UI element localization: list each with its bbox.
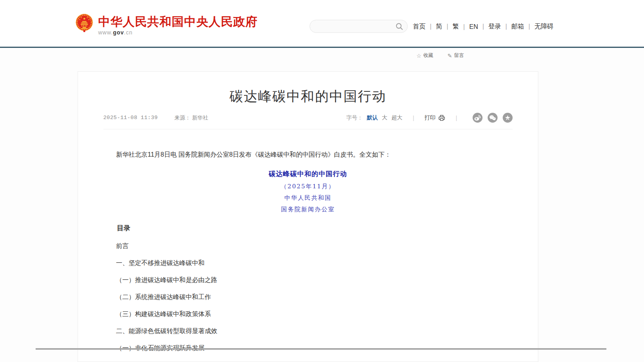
message-label: 留言 xyxy=(454,52,464,59)
footer-divider xyxy=(36,348,606,350)
top-nav: 首页简繁EN登录邮箱无障碍 xyxy=(413,23,553,31)
font-size-options: 默认大超大 xyxy=(363,114,403,121)
nav-item[interactable]: 简 xyxy=(426,23,442,31)
toc-item: （二）系统推进碳达峰碳中和工作 xyxy=(103,294,513,301)
toc-item: （一）推进碳达峰碳中和是必由之路 xyxy=(103,277,513,284)
article-meta-left: 2025-11-08 11:39 来源：新华社 xyxy=(103,114,208,121)
favorite-label: 收藏 xyxy=(424,52,433,59)
toc-item: （三）构建碳达峰碳中和政策体系 xyxy=(103,311,513,318)
svg-text:★: ★ xyxy=(88,19,89,21)
favorite-button[interactable]: ☆ 收藏 xyxy=(416,52,433,59)
search-input[interactable] xyxy=(316,23,395,30)
nav-item[interactable]: 无障碍 xyxy=(524,23,553,31)
print-button[interactable]: 打印 xyxy=(424,114,445,121)
document-title: 碳达峰碳中和的中国行动 xyxy=(103,169,513,178)
toc-item: 一、坚定不移推进碳达峰碳中和 xyxy=(103,260,513,267)
svg-text:★: ★ xyxy=(80,17,82,19)
document-date: （2025年11月） xyxy=(103,183,513,190)
site-header: ★ ★ ★ ★ ★ 中华人民共和国中央人民政府 www.gov.cn xyxy=(0,0,644,47)
nav-item[interactable]: 首页 xyxy=(413,23,426,31)
document-issuer-line2: 国务院新闻办公室 xyxy=(103,206,513,213)
publish-time: 2025-11-08 11:39 xyxy=(103,115,158,121)
nav-item[interactable]: 繁 xyxy=(442,23,459,31)
search-button[interactable] xyxy=(395,23,403,30)
nav-item[interactable]: 邮箱 xyxy=(501,23,524,31)
brand-text: 中华人民共和国中央人民政府 www.gov.cn xyxy=(98,13,258,36)
font-size-option[interactable]: 大 xyxy=(382,114,388,121)
font-size-label: 字号： xyxy=(346,114,363,121)
article-container: 碳达峰碳中和的中国行动 2025-11-08 11:39 来源：新华社 字号： … xyxy=(78,71,538,362)
qzone-share-icon[interactable] xyxy=(503,113,513,123)
source-label: 来源： xyxy=(175,115,191,121)
lead-paragraph: 新华社北京11月8日电 国务院新闻办公室8日发布《碳达峰碳中和的中国行动》白皮书… xyxy=(103,150,513,159)
page-tools: ☆ 收藏 ✎ 留言 xyxy=(416,52,464,59)
nav-item[interactable]: 登录 xyxy=(478,23,501,31)
svg-text:★: ★ xyxy=(79,19,80,21)
site-name: 中华人民共和国中央人民政府 xyxy=(98,15,258,28)
separator: | xyxy=(456,115,457,121)
font-size-option[interactable]: 默认 xyxy=(367,114,378,121)
separator: | xyxy=(413,115,414,121)
svg-text:★: ★ xyxy=(87,17,88,19)
article-meta-right: 字号： 默认大超大 | 打印 | xyxy=(346,113,513,123)
search-icon xyxy=(395,23,403,30)
toc-item: 前言 xyxy=(103,243,513,250)
source-name: 新华社 xyxy=(192,115,208,121)
weibo-share-icon[interactable] xyxy=(473,113,483,123)
site-logo-link[interactable]: ★ ★ ★ ★ ★ 中华人民共和国中央人民政府 www.gov.cn xyxy=(75,13,258,36)
wechat-share-icon[interactable] xyxy=(488,113,498,123)
article-title: 碳达峰碳中和的中国行动 xyxy=(78,88,538,104)
share-icons xyxy=(467,113,513,123)
article-meta-row: 2025-11-08 11:39 来源：新华社 字号： 默认大超大 | 打印 | xyxy=(103,113,513,129)
toc-heading: 目录 xyxy=(103,224,513,233)
search-box xyxy=(310,20,408,33)
message-button[interactable]: ✎ 留言 xyxy=(448,52,464,59)
print-label: 打印 xyxy=(424,114,435,121)
toc-item: 二、能源绿色低碳转型取得显著成效 xyxy=(103,328,513,335)
pencil-icon: ✎ xyxy=(448,53,452,59)
star-outline-icon: ☆ xyxy=(416,53,422,59)
nav-item[interactable]: EN xyxy=(459,23,478,30)
site-url: www.gov.cn xyxy=(98,29,258,36)
article-body: 新华社北京11月8日电 国务院新闻办公室8日发布《碳达峰碳中和的中国行动》白皮书… xyxy=(103,150,513,352)
national-emblem-icon: ★ ★ ★ ★ ★ xyxy=(75,13,93,33)
svg-text:★: ★ xyxy=(83,17,86,21)
document-issuer-line1: 中华人民共和国 xyxy=(103,195,513,201)
header-divider xyxy=(0,47,644,48)
toc-list: 前言一、坚定不移推进碳达峰碳中和（一）推进碳达峰碳中和是必由之路（二）系统推进碳… xyxy=(103,243,513,352)
printer-icon xyxy=(438,115,445,121)
font-size-option[interactable]: 超大 xyxy=(391,114,403,121)
source: 来源：新华社 xyxy=(175,114,208,121)
